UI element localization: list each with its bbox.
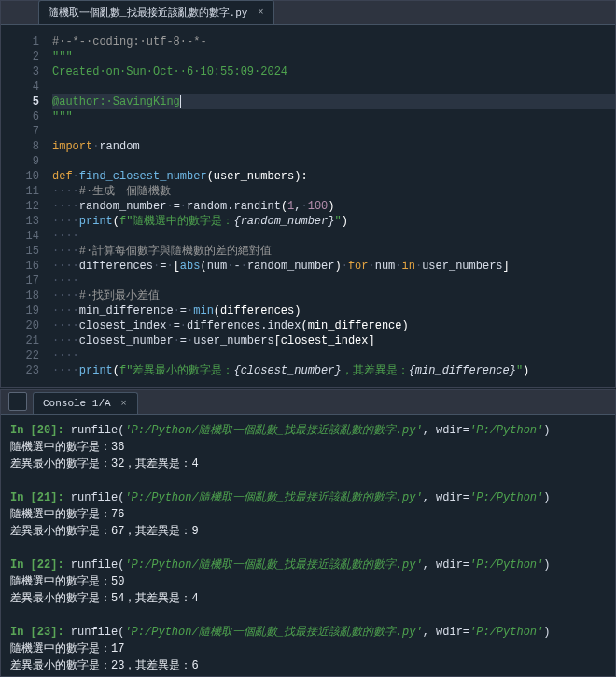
console-line: In [21]: runfile('P:/Python/隨機取一個亂數_找最接近…: [10, 489, 606, 506]
console-line: In [20]: runfile('P:/Python/隨機取一個亂數_找最接近…: [10, 422, 606, 439]
code-line[interactable]: def·find_closest_number(user_numbers):: [52, 169, 615, 184]
line-number: 19: [1, 303, 39, 318]
console-line: 差異最小的數字是：67，其差異是：9: [10, 523, 606, 540]
code-line[interactable]: ····print(f"差異最小的數字是：{closest_number}，其差…: [52, 363, 615, 378]
code-line[interactable]: ····random_number·=·random.randint(1,·10…: [52, 199, 615, 214]
line-number: 7: [1, 124, 39, 139]
line-number: 4: [1, 79, 39, 94]
console-tab[interactable]: Console 1/A ×: [33, 392, 138, 414]
line-number: 13: [1, 214, 39, 229]
console-tab-bar: Console 1/A ×: [1, 390, 615, 415]
close-icon[interactable]: ×: [255, 7, 266, 19]
line-number: 10: [1, 169, 39, 184]
line-number: 3: [1, 64, 39, 79]
line-number: 5: [1, 94, 39, 109]
line-number: 15: [1, 244, 39, 259]
code-line[interactable]: ····: [52, 348, 615, 363]
console-line: 隨機選中的數字是：17: [10, 641, 606, 657]
code-line[interactable]: """: [52, 49, 615, 64]
console-output[interactable]: In [20]: runfile('P:/Python/隨機取一個亂數_找最接近…: [1, 415, 615, 674]
code-line[interactable]: ····differences·=·[abs(num·-·random_numb…: [52, 259, 615, 274]
code-line[interactable]: ····#·找到最小差值: [52, 289, 615, 303]
code-line[interactable]: #·-*-·coding:·utf-8·-*-: [52, 35, 615, 49]
editor-body[interactable]: 1234567891011121314151617181920212223 #·…: [1, 25, 615, 387]
console-tab-label: Console 1/A: [43, 398, 111, 409]
line-gutter: 1234567891011121314151617181920212223: [1, 35, 52, 387]
console-line: In [22]: runfile('P:/Python/隨機取一個亂數_找最接近…: [10, 557, 606, 573]
console-pane: Console 1/A × In [20]: runfile('P:/Pytho…: [0, 389, 616, 677]
code-line[interactable]: ····min_difference·=·min(differences): [52, 303, 615, 318]
editor-tab-label: 隨機取一個亂數_找最接近該亂數的數字.py: [49, 6, 247, 20]
line-number: 1: [1, 35, 39, 49]
code-line[interactable]: ····#·計算每個數字與隨機數的差的絕對值: [52, 244, 615, 259]
code-line[interactable]: [52, 79, 615, 94]
line-number: 16: [1, 259, 39, 274]
close-icon[interactable]: ×: [119, 398, 130, 409]
code-area[interactable]: #·-*-·coding:·utf-8·-*-"""Created·on·Sun…: [52, 35, 615, 387]
line-number: 9: [1, 154, 39, 169]
line-number: 22: [1, 348, 39, 363]
line-number: 17: [1, 274, 39, 289]
editor-tab[interactable]: 隨機取一個亂數_找最接近該亂數的數字.py ×: [38, 0, 274, 24]
console-line: 隨機選中的數字是：50: [10, 573, 606, 590]
console-line: 隨機選中的數字是：36: [10, 439, 606, 456]
code-line[interactable]: [52, 124, 615, 139]
line-number: 11: [1, 184, 39, 199]
console-line: In [23]: runfile('P:/Python/隨機取一個亂數_找最接近…: [10, 624, 606, 641]
line-number: 21: [1, 333, 39, 348]
code-line[interactable]: ····: [52, 229, 615, 244]
console-line: 差異最小的數字是：32，其差異是：4: [10, 456, 606, 472]
line-number: 2: [1, 49, 39, 64]
code-line[interactable]: """: [52, 109, 615, 124]
code-line[interactable]: Created·on·Sun·Oct··6·10:55:09·2024: [52, 64, 615, 79]
code-line[interactable]: ····: [52, 274, 615, 289]
code-line[interactable]: ····closest_index·=·differences.index(mi…: [52, 318, 615, 333]
line-number: 14: [1, 229, 39, 244]
code-line[interactable]: ····print(f"隨機選中的數字是：{random_number}"): [52, 214, 615, 229]
line-number: 20: [1, 318, 39, 333]
line-number: 8: [1, 139, 39, 154]
console-line: 差異最小的數字是：54，其差異是：4: [10, 590, 606, 607]
editor-pane: 隨機取一個亂數_找最接近該亂數的數字.py × 1234567891011121…: [0, 0, 616, 388]
line-number: 18: [1, 289, 39, 303]
code-line[interactable]: @author:·SavingKing: [52, 94, 615, 109]
code-line[interactable]: ····#·生成一個隨機數: [52, 184, 615, 199]
console-menu-icon[interactable]: [8, 392, 27, 411]
line-number: 6: [1, 109, 39, 124]
console-line: 差異最小的數字是：23，其差異是：6: [10, 657, 606, 674]
editor-tab-bar: 隨機取一個亂數_找最接近該亂數的數字.py ×: [1, 1, 615, 25]
line-number: 12: [1, 199, 39, 214]
line-number: 23: [1, 363, 39, 378]
code-line[interactable]: ····closest_number·=·user_numbers[closes…: [52, 333, 615, 348]
console-line: 隨機選中的數字是：76: [10, 506, 606, 523]
code-line[interactable]: import·random: [52, 139, 615, 154]
code-line[interactable]: [52, 154, 615, 169]
